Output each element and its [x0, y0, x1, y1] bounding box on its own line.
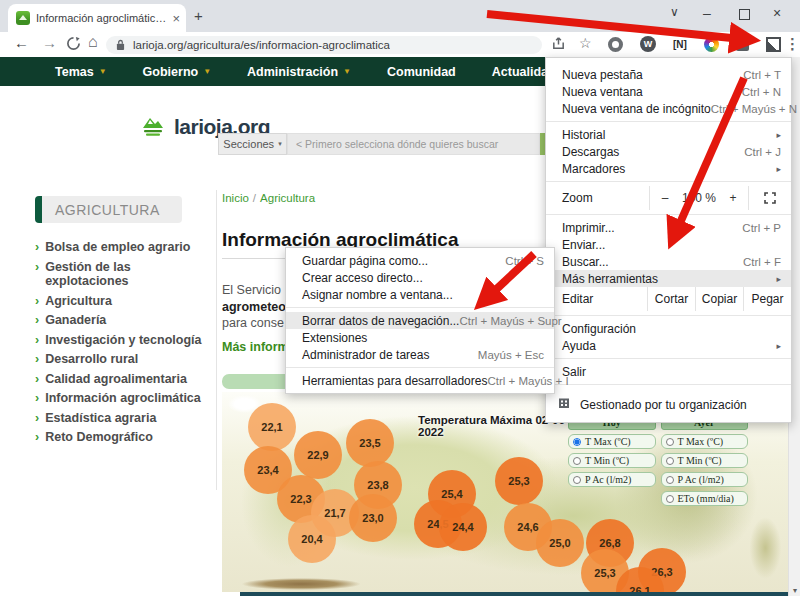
maximize-button[interactable]: [739, 9, 750, 20]
radio-button[interactable]: [666, 457, 674, 465]
footer-top-bar: [240, 592, 788, 596]
radio-option[interactable]: T Max (ºC): [568, 434, 656, 449]
new-tab-button[interactable]: +: [194, 7, 203, 24]
submenu-arrow-icon: ▸: [776, 164, 781, 174]
puzzle-extension-icon[interactable]: [736, 40, 749, 51]
radio-button[interactable]: [666, 476, 674, 484]
bookmark-star-icon[interactable]: ☆: [579, 35, 592, 51]
sidebar-item[interactable]: ›Investigación y tecnología: [35, 333, 215, 348]
nav-item-gobierno[interactable]: Gobierno▼: [143, 65, 211, 79]
breadcrumb-home-link[interactable]: Inicio: [222, 192, 249, 204]
menu-item-configuración[interactable]: Configuración: [546, 320, 791, 337]
sidebar-item[interactable]: ›Reto Demográfico: [35, 430, 215, 445]
sidebar-item[interactable]: ›Calidad agroalimentaria: [35, 372, 215, 387]
radio-option[interactable]: T Min (ºC): [661, 453, 749, 468]
fullscreen-button[interactable]: [748, 186, 791, 210]
menu-item-guardar-página-como[interactable]: Guardar página como...Ctrl + S: [286, 252, 554, 269]
url-bar[interactable]: larioja.org/agricultura/es/informacion-a…: [106, 36, 542, 54]
menu-item-shortcut: Ctrl + S: [505, 255, 544, 267]
radio-button[interactable]: [666, 438, 674, 446]
sidebar-item[interactable]: ›Desarrollo rural: [35, 352, 215, 367]
n-brackets-extension-icon[interactable]: [N]: [673, 39, 687, 50]
temperature-marker[interactable]: 24,4: [439, 503, 487, 551]
menu-item-shortcut: Ctrl + N: [742, 86, 781, 98]
radio-button-selected[interactable]: [573, 438, 581, 446]
radio-option[interactable]: P Ac (l/m2): [661, 472, 749, 487]
temperature-marker[interactable]: 22,1: [248, 403, 296, 451]
share-icon[interactable]: [551, 36, 566, 51]
radio-button[interactable]: [573, 457, 581, 465]
sidebar-item[interactable]: ›Agricultura: [35, 294, 215, 309]
edit-copiar-button[interactable]: Copiar: [695, 287, 743, 311]
menu-item-label: Enviar...: [562, 238, 781, 252]
menu-item-imprimir[interactable]: Imprimir...Ctrl + P: [546, 219, 791, 236]
menu-item-marcadores[interactable]: Marcadores▸: [546, 160, 791, 177]
radio-option[interactable]: ETo (mm/dia): [661, 491, 749, 506]
menu-item-enviar[interactable]: Enviar...: [546, 236, 791, 253]
breadcrumb-current-link[interactable]: Agricultura: [260, 192, 315, 204]
nav-item-administración[interactable]: Administración▼: [247, 65, 351, 79]
radio-option[interactable]: P Ac (l/m2): [568, 472, 656, 487]
temperature-marker[interactable]: 20,4: [288, 515, 336, 563]
browser-tab[interactable]: Información agroclimática - Agric ×: [8, 4, 186, 32]
radio-option[interactable]: T Min (ºC): [568, 453, 656, 468]
edit-cortar-button[interactable]: Cortar: [647, 287, 695, 311]
sidebar-item[interactable]: ›Bolsa de empleo agrario: [35, 240, 215, 255]
temperature-marker[interactable]: 23,5: [346, 419, 394, 467]
menu-item-nueva-ventana[interactable]: Nueva ventanaCtrl + N: [546, 83, 791, 100]
sections-dropdown[interactable]: Secciones ▾: [218, 133, 287, 155]
nav-item-comunidad[interactable]: Comunidad: [387, 65, 456, 79]
zoom-out-button[interactable]: –: [649, 186, 680, 210]
more-info-link[interactable]: Más inform: [222, 340, 289, 354]
back-button[interactable]: ←: [14, 34, 29, 51]
menu-item-descargas[interactable]: DescargasCtrl + J: [546, 143, 791, 160]
menu-item-administrador-de-tareas[interactable]: Administrador de tareasMayús + Esc: [286, 346, 554, 363]
temperature-marker[interactable]: 22,9: [294, 431, 342, 479]
sidebar-item[interactable]: ›Ganadería: [35, 313, 215, 328]
menu-item-label: Nueva ventana: [562, 85, 742, 99]
menu-item-zoom: Zoom–100 %+: [546, 186, 791, 210]
menu-item-ayuda[interactable]: Ayuda▸: [546, 337, 791, 354]
menu-item-borrar-datos-de-navegación[interactable]: Borrar datos de navegación...Ctrl + Mayú…: [286, 312, 554, 329]
browser-menu-button[interactable]: ⋮: [785, 35, 800, 53]
forward-button[interactable]: →: [42, 34, 57, 51]
colorwheel-extension-icon[interactable]: [704, 37, 719, 52]
gear-extension-icon[interactable]: [608, 37, 623, 52]
menu-item-salir[interactable]: Salir: [546, 363, 791, 380]
menu-item-historial[interactable]: Historial▸: [546, 126, 791, 143]
menu-item-buscar[interactable]: Buscar...Ctrl + F: [546, 253, 791, 270]
minimize-button[interactable]: –: [703, 5, 711, 21]
menu-item-crear-acceso-directo[interactable]: Crear acceso directo...: [286, 269, 554, 286]
menu-item-edit: EditarCortarCopiarPegar: [546, 287, 791, 311]
w-extension-icon[interactable]: W: [640, 36, 656, 52]
radio-button[interactable]: [666, 495, 674, 503]
nav-item-temas[interactable]: Temas▼: [55, 65, 107, 79]
reload-icon[interactable]: [66, 36, 81, 51]
radio-option[interactable]: T Max (ºC): [661, 434, 749, 449]
temperature-marker[interactable]: 25,0: [536, 519, 584, 567]
site-search-input[interactable]: < Primero selecciona dónde quieres busca…: [287, 133, 540, 155]
radio-button[interactable]: [573, 476, 581, 484]
menu-item-extensiones[interactable]: Extensiones: [286, 329, 554, 346]
menu-item-asignar-nombre-a-ventana[interactable]: Asignar nombre a ventana...: [286, 286, 554, 303]
temperature-marker[interactable]: 25,3: [495, 457, 543, 505]
menu-item-nueva-pestaña[interactable]: Nueva pestañaCtrl + T: [546, 66, 791, 83]
zoom-in-button[interactable]: +: [718, 186, 748, 210]
sidebar-item[interactable]: ›Gestión de las explotaciones: [35, 260, 215, 289]
window-extension-icon[interactable]: [766, 37, 781, 52]
sidebar-item-label: Reto Demográfico: [45, 430, 153, 445]
sidebar-item[interactable]: ›Información agroclimática: [35, 391, 215, 406]
menu-item-nueva-ventana-de-incógnito[interactable]: Nueva ventana de incógnitoCtrl + Mayús +…: [546, 100, 791, 117]
tab-search-icon[interactable]: ∨: [670, 5, 679, 19]
home-icon[interactable]: ⌂: [88, 33, 98, 51]
edit-pegar-button[interactable]: Pegar: [743, 287, 791, 311]
sidebar-item[interactable]: ›Estadística agraria: [35, 411, 215, 426]
scrollbar-down-arrow[interactable]: ▾: [789, 586, 800, 595]
close-button[interactable]: ×: [773, 5, 781, 21]
paragraph-line: para conse: [222, 315, 286, 332]
tab-close-icon[interactable]: ×: [172, 11, 180, 26]
menu-item-herramientas-para-desarrolladores[interactable]: Herramientas para desarrolladoresCtrl + …: [286, 372, 554, 389]
temperature-marker[interactable]: 23,0: [349, 494, 397, 542]
menu-separator: [546, 384, 791, 385]
menu-item-más-herramientas[interactable]: Más herramientas▸: [546, 270, 791, 287]
